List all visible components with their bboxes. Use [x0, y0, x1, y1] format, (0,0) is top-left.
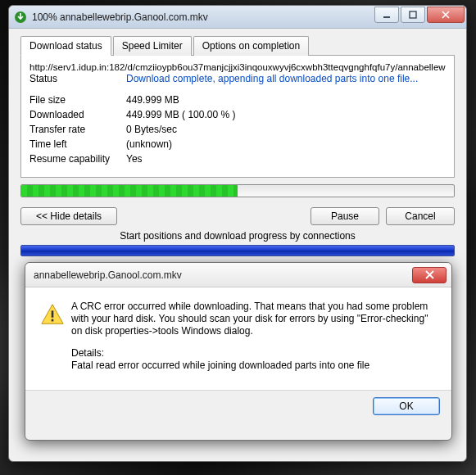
warning-icon: [40, 301, 71, 382]
downloaded-value: 449.999 MB ( 100.00 % ): [126, 108, 235, 121]
status-label: Status: [29, 72, 126, 85]
error-title: annabellewebrip.Ganool.com.mkv: [34, 269, 412, 281]
pause-button[interactable]: Pause: [311, 207, 379, 225]
hide-details-button[interactable]: << Hide details: [20, 207, 117, 225]
minimize-button[interactable]: [374, 7, 399, 23]
status-panel: http://serv1.idup.in:182/d/cmziioypb6ou3…: [20, 56, 455, 178]
download-url: http://serv1.idup.in:182/d/cmziioypb6ou3…: [29, 62, 446, 72]
segment-caption: Start positions and download progress by…: [20, 230, 455, 242]
transfer-value: 0 Bytes/sec: [126, 123, 177, 136]
error-titlebar[interactable]: annabellewebrip.Ganool.com.mkv: [25, 263, 451, 287]
tab-options-completion[interactable]: Options on completion: [193, 36, 309, 56]
timeleft-label: Time left: [29, 138, 126, 151]
error-details-text: Fatal read error occurred while joining …: [71, 360, 369, 371]
svg-rect-3: [52, 310, 54, 317]
window-title: 100% annabellewebrip.Ganool.com.mkv: [32, 11, 374, 23]
resume-value: Yes: [126, 152, 143, 165]
cancel-button[interactable]: Cancel: [386, 207, 455, 225]
svg-rect-2: [410, 11, 416, 18]
status-value: Download complete, appending all downloa…: [126, 72, 418, 85]
svg-rect-1: [383, 16, 390, 18]
tab-download-status[interactable]: Download status: [20, 36, 111, 56]
svg-rect-4: [52, 319, 54, 322]
transfer-label: Transfer rate: [29, 123, 126, 136]
maximize-button[interactable]: [401, 7, 425, 23]
error-message: A CRC error occurred while downloading. …: [71, 301, 437, 337]
close-button[interactable]: [427, 7, 465, 23]
downloaded-label: Downloaded: [29, 108, 126, 121]
error-details-label: Details:: [71, 347, 104, 359]
titlebar[interactable]: 100% annabellewebrip.Ganool.com.mkv: [9, 6, 466, 29]
filesize-value: 449.999 MB: [126, 93, 179, 106]
timeleft-value: (unknown): [126, 138, 172, 151]
progress-fill: [21, 185, 238, 197]
error-close-button[interactable]: [412, 267, 447, 283]
error-dialog: annabellewebrip.Ganool.com.mkv A CRC err…: [25, 262, 452, 441]
tab-bar: Download status Speed Limiter Options on…: [20, 35, 455, 56]
progress-bar: [20, 184, 455, 197]
tab-speed-limiter[interactable]: Speed Limiter: [113, 36, 192, 56]
ok-button[interactable]: OK: [373, 397, 440, 415]
filesize-label: File size: [29, 93, 126, 106]
resume-label: Resume capability: [29, 152, 126, 165]
app-icon: [14, 11, 27, 24]
segment-progress-bar: [20, 245, 455, 256]
